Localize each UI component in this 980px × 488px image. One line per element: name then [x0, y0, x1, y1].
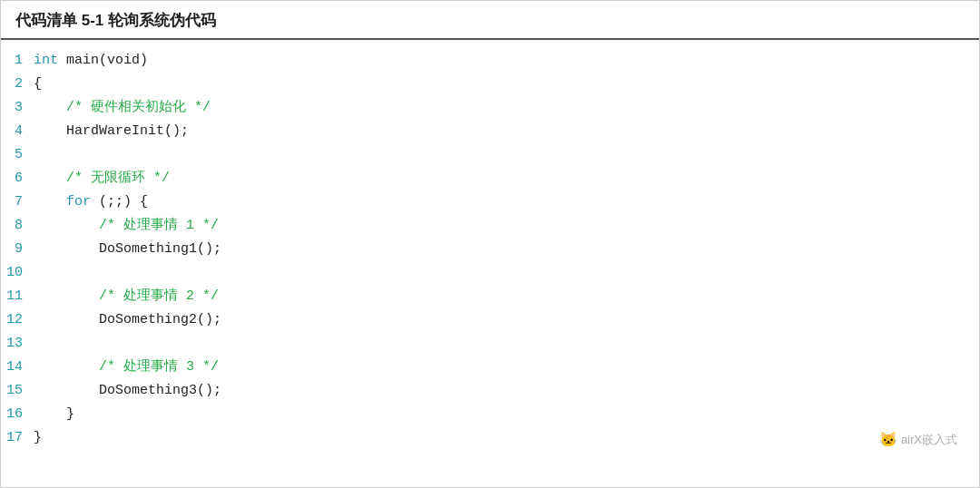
code-area: 1int main(void)2{3 /* 硬件相关初始化 */4 HardWa…: [1, 40, 979, 459]
watermark: 🐱 airX嵌入式: [879, 431, 957, 448]
code-text: {: [34, 76, 42, 92]
comment: /* 处理事情 3 */: [99, 359, 219, 375]
code-text: [34, 100, 66, 115]
line-number: 11: [1, 285, 34, 308]
line-content: {: [34, 73, 42, 96]
code-text: HardWareInit();: [34, 123, 189, 139]
code-text: [34, 288, 99, 304]
code-line: 12 DoSomething2();: [1, 308, 979, 332]
code-line: 1int main(void): [1, 49, 979, 73]
line-content: /* 无限循环 */: [34, 167, 170, 190]
code-line: 16 }: [1, 403, 979, 426]
code-line: 5: [1, 143, 979, 167]
code-text: [34, 194, 66, 210]
watermark-text: airX嵌入式: [901, 432, 957, 448]
line-number: 9: [1, 238, 34, 261]
keyword: for: [66, 194, 91, 210]
line-number: 15: [1, 379, 34, 403]
code-text: }: [34, 430, 42, 445]
main-container: 代码清单 5-1 轮询系统伪代码 1int main(void)2{3 /* 硬…: [0, 0, 980, 488]
comment: /* 处理事情 1 */: [99, 218, 219, 233]
line-content: /* 硬件相关初始化 */: [34, 96, 211, 120]
code-line: 6 /* 无限循环 */: [1, 167, 979, 190]
code-text: (;;) {: [91, 194, 148, 210]
line-content: DoSomething3();: [34, 379, 221, 403]
line-number: 1: [1, 49, 34, 73]
code-line: 4 HardWareInit();: [1, 120, 979, 143]
line-content: /* 处理事情 2 */: [34, 285, 219, 308]
line-content: /* 处理事情 3 */: [34, 356, 219, 379]
code-text: [34, 359, 99, 375]
keyword: int: [34, 53, 58, 68]
code-line: 10: [1, 261, 979, 285]
line-number: 13: [1, 332, 34, 356]
line-content: }: [34, 403, 74, 426]
line-number: 14: [1, 356, 34, 379]
code-line: 9 DoSomething1();: [1, 238, 979, 261]
page-title: 代码清单 5-1 轮询系统伪代码: [15, 12, 216, 29]
code-text: }: [34, 406, 74, 422]
line-number: 17: [1, 426, 34, 450]
line-content: for (;;) {: [34, 190, 148, 214]
line-number: 3: [1, 96, 34, 120]
code-line: 13: [1, 332, 979, 356]
code-line: 17}: [1, 426, 979, 450]
code-text: DoSomething1();: [34, 241, 221, 257]
comment: /* 硬件相关初始化 */: [66, 100, 211, 115]
code-text: DoSomething3();: [34, 383, 221, 398]
comment: /* 处理事情 2 */: [99, 288, 219, 304]
title-bar: 代码清单 5-1 轮询系统伪代码: [1, 1, 979, 40]
code-line: 8 /* 处理事情 1 */: [1, 214, 979, 238]
line-number: 4: [1, 120, 34, 143]
line-content: HardWareInit();: [34, 120, 189, 143]
code-text: main(void): [58, 53, 148, 68]
line-number: 6: [1, 167, 34, 190]
code-line: 14 /* 处理事情 3 */: [1, 356, 979, 379]
line-number: 2: [1, 73, 34, 96]
line-number: 7: [1, 190, 34, 214]
line-content: /* 处理事情 1 */: [34, 214, 219, 238]
line-content: }: [34, 426, 42, 450]
line-content: DoSomething2();: [34, 308, 221, 332]
line-content: DoSomething1();: [34, 238, 221, 261]
line-content: int main(void): [34, 49, 148, 73]
code-text: [34, 171, 66, 186]
code-line: 15 DoSomething3();: [1, 379, 979, 403]
code-text: [34, 218, 99, 233]
code-line: 3 /* 硬件相关初始化 */: [1, 96, 979, 120]
line-number: 8: [1, 214, 34, 238]
line-number: 16: [1, 403, 34, 426]
line-number: 5: [1, 143, 34, 167]
watermark-icon: 🐱: [879, 431, 897, 448]
code-line: 2{: [1, 73, 979, 96]
line-number: 10: [1, 261, 34, 285]
code-line: 11 /* 处理事情 2 */: [1, 285, 979, 308]
code-line: 7 for (;;) {: [1, 190, 979, 214]
code-text: DoSomething2();: [34, 312, 221, 327]
comment: /* 无限循环 */: [66, 171, 170, 186]
line-number: 12: [1, 308, 34, 332]
